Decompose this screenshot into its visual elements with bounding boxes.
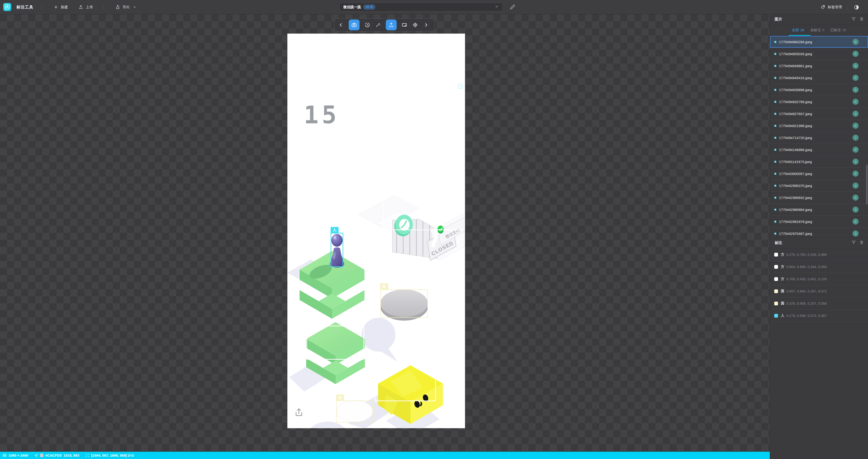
game-score: 15 <box>304 101 340 129</box>
image-file-row[interactable]: 1775494849861.jpeg6 <box>770 60 868 72</box>
bounding-box-方[interactable] <box>375 365 436 401</box>
image-file-row[interactable]: 1775494845416.jpeg5 <box>770 72 868 84</box>
annotated-dot <box>774 101 776 103</box>
chevron-down-icon <box>495 4 499 10</box>
tag-manage-button[interactable]: 标签管理 <box>817 3 844 12</box>
annotated-dot <box>774 233 776 235</box>
annotation-row[interactable]: 方0.270, 0.783, 0.326, 0.086 <box>770 249 868 261</box>
annotation-count-badge: 5 <box>852 170 859 177</box>
file-name: 1775442985884.jpeg <box>779 208 812 211</box>
image-file-row[interactable]: 1775494839898.jpeg5 <box>770 84 868 96</box>
screenshot-tool-button[interactable] <box>349 20 360 30</box>
image-file-row[interactable]: 1775494146866.jpeg4 <box>770 144 868 156</box>
cursor-position-icon <box>34 454 38 457</box>
annotation-coords: 0.378, 0.958, 0.207, 0.056 <box>786 302 827 305</box>
image-file-row[interactable]: 1775494714720.jpeg7 <box>770 132 868 144</box>
selection-readout: [1694, 567, 1696, 569] 2×2 <box>85 453 134 457</box>
file-name: 1775494845416.jpeg <box>779 76 812 80</box>
image-file-row[interactable]: 1775443000057.jpeg5 <box>770 168 868 180</box>
file-name: 1775494855026.jpeg <box>779 52 812 56</box>
bounding-box-方[interactable] <box>383 181 465 230</box>
status-bar: 1080 × 2400 #CACFD5 1018, 983 [1694, 567… <box>0 452 770 459</box>
image-file-row[interactable]: 1775494821998.jpeg4 <box>770 120 868 132</box>
next-image-button[interactable] <box>423 22 429 28</box>
annotation-count-badge: 3 <box>852 159 859 165</box>
bounding-box-人[interactable]: 人 <box>331 233 343 267</box>
annotated-dot <box>774 125 776 127</box>
annotation-row[interactable]: 圆0.378, 0.958, 0.207, 0.056 <box>770 297 868 309</box>
annotation-count-badge: 4 <box>852 183 859 189</box>
annotated-dot <box>774 113 776 115</box>
divider <box>847 4 848 10</box>
delete-images-icon[interactable] <box>860 17 864 22</box>
annotation-coords: 0.279, 0.548, 0.072, 0.087 <box>786 314 827 318</box>
edit-project-button[interactable] <box>509 4 516 11</box>
export-icon <box>115 4 121 10</box>
images-panel-header: 图片 <box>770 14 868 25</box>
export-button[interactable]: 导出 <box>112 3 140 11</box>
annotation-coords: 0.270, 0.783, 0.326, 0.086 <box>786 253 827 257</box>
image-file-row[interactable]: 1775442995370.jpeg4 <box>770 180 868 192</box>
app-title: 标注工具 <box>17 4 33 10</box>
annotation-row[interactable]: 人0.279, 0.548, 0.072, 0.087 <box>770 309 868 322</box>
theme-toggle-button[interactable] <box>851 3 862 12</box>
project-image-count-badge: 26 张 <box>363 4 375 10</box>
viewer-toolbar <box>334 18 435 31</box>
annotated-dot <box>774 41 776 43</box>
filter-images-icon[interactable] <box>851 17 856 22</box>
annotated-dot <box>774 197 776 199</box>
annotation-count-badge: 4 <box>852 146 859 153</box>
image-file-row[interactable]: 1775494827657.jpeg3 <box>770 108 868 120</box>
active-tab-underline <box>789 35 810 36</box>
prev-image-button[interactable] <box>338 22 344 28</box>
current-image[interactable]: 15 <box>287 34 465 428</box>
magic-wand-tool-button[interactable] <box>375 22 381 28</box>
image-file-row[interactable]: 1775442970487.jpeg3 <box>770 228 868 237</box>
annotated-dot <box>774 161 776 163</box>
file-name: 1775494860284.jpeg <box>779 40 812 44</box>
bounding-box-圆[interactable]: 圆 <box>336 400 373 423</box>
locate-tool-button[interactable] <box>412 22 418 28</box>
annotation-list: 方0.270, 0.783, 0.326, 0.086方0.664, 0.885… <box>770 249 868 322</box>
file-name: 1775442981878.jpeg <box>779 220 812 224</box>
bounding-box-方[interactable] <box>306 326 365 360</box>
project-select[interactable]: 微信跳一跳 26 张 <box>339 3 503 11</box>
annotation-count-badge: 5 <box>852 87 859 93</box>
image-file-row[interactable]: 1775442985884.jpeg3 <box>770 204 868 216</box>
images-panel-title: 图片 <box>775 17 782 22</box>
sidebar-scrollbar[interactable] <box>866 165 868 205</box>
annotated-dot <box>774 89 776 91</box>
annotation-color-chip <box>774 302 778 305</box>
image-file-row[interactable]: 1775494855026.jpeg5 <box>770 48 868 60</box>
tab-2[interactable]: 已标注26 <box>830 28 846 32</box>
upload-annotation-button[interactable] <box>386 20 397 30</box>
file-name: 1775442989932.jpeg <box>779 196 812 200</box>
annotation-row[interactable]: 方0.664, 0.885, 0.344, 0.093 <box>770 261 868 273</box>
tab-0[interactable]: 全部26 <box>792 28 804 32</box>
annotation-class-label: 人 <box>781 314 784 318</box>
annotation-class-label: 方 <box>781 264 784 269</box>
image-file-row[interactable]: 1775442989932.jpeg4 <box>770 192 868 204</box>
image-file-row[interactable]: 1775491141973.jpeg3 <box>770 156 868 168</box>
image-file-row[interactable]: 1775494832769.jpeg4 <box>770 96 868 108</box>
annotation-tool-window: 标注工具 新建 上传 导出 <box>0 0 868 459</box>
file-name: 1775494839898.jpeg <box>779 88 812 92</box>
file-name: 1775494821998.jpeg <box>779 124 812 128</box>
bounding-box-圆[interactable]: 圆 <box>380 289 428 318</box>
annotation-class-label: 圆 <box>781 301 784 306</box>
upload-button[interactable]: 上传 <box>75 3 95 11</box>
file-name: 1775491141973.jpeg <box>779 160 812 164</box>
annotation-row[interactable]: 圆0.657, 0.684, 0.267, 0.072 <box>770 285 868 297</box>
new-button[interactable]: 新建 <box>51 3 70 11</box>
annotation-canvas[interactable]: 15 <box>0 14 770 452</box>
image-file-row[interactable]: 1775494860284.jpeg6 <box>770 36 868 48</box>
delete-annotations-icon[interactable] <box>860 240 864 245</box>
annotation-row[interactable]: 方0.769, 0.435, 0.461, 0.126 <box>770 273 868 285</box>
annotation-count-badge: 3 <box>852 111 859 117</box>
annotation-coords: 0.769, 0.435, 0.461, 0.126 <box>786 277 827 281</box>
image-file-row[interactable]: 1775442981878.jpeg4 <box>770 216 868 228</box>
crop-frame-tool-button[interactable] <box>401 22 407 28</box>
tab-1[interactable]: 未标注0 <box>810 28 824 32</box>
history-tool-button[interactable] <box>364 22 370 28</box>
filter-annotations-icon[interactable] <box>851 240 856 245</box>
